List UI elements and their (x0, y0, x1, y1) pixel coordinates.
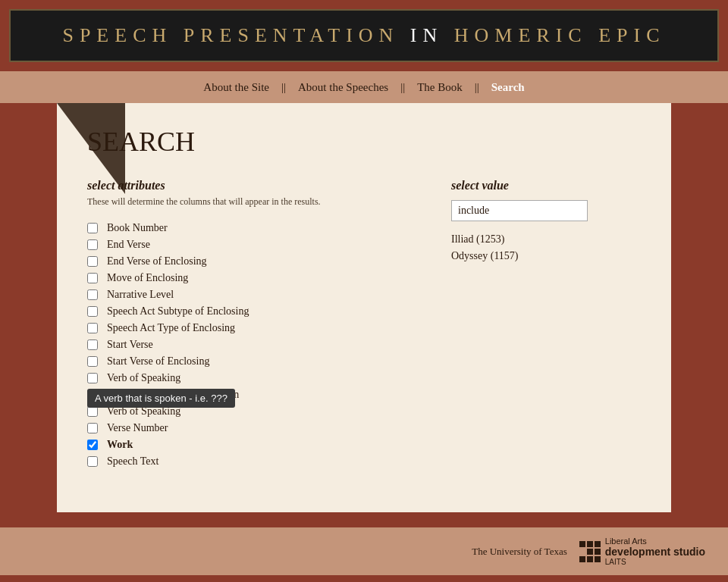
checkbox-start-verse-enclosing[interactable] (87, 356, 98, 367)
checkbox-verse-number[interactable] (87, 423, 98, 433)
list-item: Work (87, 439, 406, 451)
page-footer: The University of Texas Liberal Arts dev… (0, 527, 728, 575)
list-item: Speech Text (87, 455, 406, 468)
list-item: Move of Enclosing (87, 272, 406, 284)
label-move-enclosing[interactable]: Move of Enclosing (107, 272, 188, 284)
page-title: SEARCH (87, 126, 641, 158)
label-end-verse-enclosing[interactable]: End Verse of Enclosing (107, 255, 207, 268)
attributes-header: select attributes (87, 179, 406, 192)
left-column: select attributes These will determine t… (87, 179, 406, 472)
label-end-verse[interactable]: End Verse (107, 239, 150, 251)
label-work[interactable]: Work (107, 439, 133, 451)
liberal-arts-text: Liberal Arts (605, 537, 705, 546)
nav-about-speeches[interactable]: About the Speeches (289, 81, 397, 93)
label-speech-act-type[interactable]: Speech Act Type of Enclosing (107, 322, 235, 334)
value-input[interactable] (451, 200, 588, 221)
checkbox-speech-act-type[interactable] (87, 323, 98, 333)
logo-cell (587, 541, 593, 547)
footer-logo: Liberal Arts development studio LAITS (579, 537, 705, 566)
nav-search[interactable]: Search (482, 81, 534, 93)
checkbox-narrative-level[interactable] (87, 289, 98, 300)
main-content: SEARCH select attributes These will dete… (57, 103, 671, 512)
list-item: Speech Act Type of Enclosing (87, 322, 406, 334)
logo-cell (587, 549, 593, 555)
logo-grid-icon (579, 541, 601, 562)
value-option-odyssey[interactable]: Odyssey (1157) (451, 250, 641, 262)
title-suffix: HOMERIC EPIC (443, 24, 665, 46)
checkbox-end-verse-enclosing[interactable] (87, 256, 98, 267)
logo-cell (595, 541, 601, 547)
checkbox-start-verse[interactable] (87, 340, 98, 350)
logo-cell (579, 541, 585, 547)
checkbox-speech-text[interactable] (87, 456, 98, 467)
label-verb-speaking-tooltip[interactable]: Verb of Speaking (107, 372, 180, 384)
title-prefix: SPEECH PRESENTATION (62, 24, 410, 46)
label-speech-act-subtype[interactable]: Speech Act Subtype of Enclosing (107, 305, 249, 318)
label-book-number[interactable]: Book Number (107, 222, 168, 234)
label-verse-number[interactable]: Verse Number (107, 422, 168, 434)
list-item: End Verse of Enclosing (87, 255, 406, 268)
label-speech-text[interactable]: Speech Text (107, 455, 158, 468)
label-narrative-level[interactable]: Narrative Level (107, 289, 174, 301)
logo-cell (595, 549, 601, 555)
value-option-illiad[interactable]: Illiad (1253) (451, 233, 641, 246)
main-nav: About the Site || About the Speeches || … (0, 71, 728, 103)
university-text: The University of Texas (472, 546, 567, 558)
list-item: Narrative Level (87, 289, 406, 301)
verb-speaking-tooltip: A verb that is spoken - i.e. ??? (87, 389, 235, 408)
logo-cell (587, 556, 593, 562)
select-value-header: select value (451, 179, 641, 192)
list-item: Start Verse of Enclosing (87, 355, 406, 368)
label-start-verse[interactable]: Start Verse (107, 339, 153, 351)
attributes-subtext: These will determine the columns that wi… (87, 196, 406, 208)
checkbox-work[interactable] (87, 440, 98, 450)
logo-cell (595, 556, 601, 562)
checkbox-list: Book Number End Verse End Verse of Enclo… (87, 222, 406, 468)
checkbox-book-number[interactable] (87, 223, 98, 233)
value-options-list: Illiad (1253) Odyssey (1157) (451, 233, 641, 262)
laits-text: LAITS (605, 558, 705, 566)
list-item: Speech Act Subtype of Enclosing (87, 305, 406, 318)
list-item-verb-tooltip: Verb of Speaking A verb that is spoken -… (87, 372, 406, 384)
list-item: End Verse (87, 239, 406, 251)
right-column: select value Illiad (1253) Odyssey (1157… (451, 179, 641, 267)
nav-the-book[interactable]: The Book (408, 81, 472, 93)
list-item: Start Verse (87, 339, 406, 351)
logo-text-block: Liberal Arts development studio LAITS (605, 537, 705, 566)
title-in: IN (410, 24, 443, 46)
checkbox-verb-speaking2[interactable] (87, 406, 98, 417)
checkbox-speech-act-subtype[interactable] (87, 306, 98, 317)
checkbox-move-enclosing[interactable] (87, 273, 98, 283)
logo-cell (579, 549, 585, 555)
search-columns: select attributes These will determine t… (87, 179, 641, 472)
dev-studio-text: development studio (605, 546, 705, 558)
site-header: SPEECH PRESENTATION IN HOMERIC EPIC (9, 9, 719, 62)
nav-about-site[interactable]: About the Site (194, 81, 278, 93)
site-title: SPEECH PRESENTATION IN HOMERIC EPIC (33, 24, 695, 47)
checkbox-end-verse[interactable] (87, 239, 98, 250)
triangle-decoration (57, 103, 125, 194)
list-item: Book Number (87, 222, 406, 234)
logo-cell (579, 556, 585, 562)
list-item: Verse Number (87, 422, 406, 434)
label-start-verse-enclosing[interactable]: Start Verse of Enclosing (107, 355, 209, 368)
checkbox-verb-speaking-tooltip[interactable] (87, 373, 98, 383)
